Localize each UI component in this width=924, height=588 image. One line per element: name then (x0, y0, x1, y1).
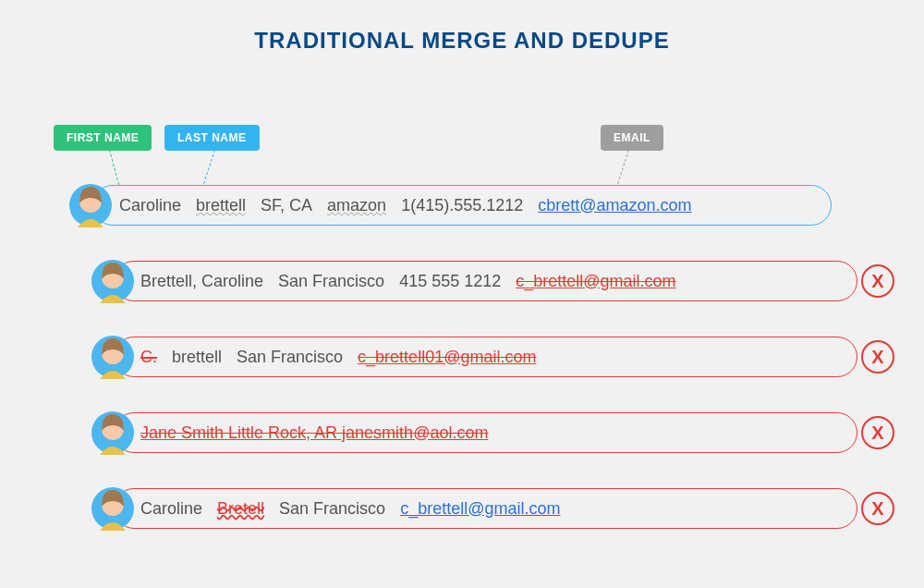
record-duplicate: C. brettell San Francisco c_brettell01@g… (0, 337, 924, 381)
record-duplicate: Brettell, Caroline San Francisco 415 555… (0, 261, 924, 305)
avatar-icon (91, 335, 135, 379)
field-lastname: brettell (196, 196, 246, 215)
tag-firstname: FIRST NAME (54, 125, 152, 151)
delete-button[interactable]: X (861, 264, 894, 298)
field-name: C. (140, 348, 157, 367)
field-name: Brettell, Caroline (140, 272, 263, 291)
record-pill-duplicate: Jane Smith Little Rock, AR janesmith@aol… (114, 412, 857, 453)
field-firstname: Caroline (119, 196, 181, 215)
record-primary: Caroline brettell SF, CA amazon 1(415).5… (0, 185, 924, 229)
x-icon: X (871, 423, 883, 444)
field-org: amazon (327, 196, 386, 215)
x-icon: X (871, 271, 883, 292)
record-pill-duplicate: C. brettell San Francisco c_brettell01@g… (114, 337, 857, 377)
record-pill-primary: Caroline brettell SF, CA amazon 1(415).5… (92, 185, 832, 226)
field-firstname: Caroline (140, 499, 202, 519)
x-icon: X (871, 498, 883, 520)
field-email[interactable]: c_brettell@gmail.com (400, 499, 560, 519)
diagram-title: TRADITIONAL MERGE AND DEDUPE (0, 0, 924, 54)
field-email[interactable]: cbrett@amazon.com (538, 196, 691, 215)
field-email: c_brettell01@gmail.com (358, 348, 536, 367)
avatar-icon (91, 410, 135, 455)
record-duplicate: Jane Smith Little Rock, AR janesmith@aol… (0, 412, 924, 457)
delete-button[interactable]: X (861, 416, 894, 449)
tag-email: EMAIL (601, 125, 663, 151)
field-lastname: brettell (172, 348, 222, 367)
field-lastname-typo: Bretell (217, 499, 264, 519)
delete-button[interactable]: X (861, 340, 894, 374)
avatar-icon (91, 486, 135, 531)
field-location: San Francisco (279, 499, 385, 519)
field-full-record: Jane Smith Little Rock, AR janesmith@aol… (140, 423, 488, 443)
record-duplicate: Caroline Bretell San Francisco c_brettel… (0, 488, 924, 533)
field-phone: 1(415).555.1212 (401, 196, 523, 215)
avatar-icon (91, 259, 135, 303)
records-list: Caroline brettell SF, CA amazon 1(415).5… (0, 185, 924, 564)
delete-button[interactable]: X (861, 492, 894, 525)
field-phone: 415 555 1212 (399, 272, 501, 291)
record-pill-duplicate: Brettell, Caroline San Francisco 415 555… (114, 261, 857, 301)
avatar-icon (68, 183, 113, 227)
field-email: c_brettell@gmail.com (516, 272, 675, 291)
record-pill-duplicate: Caroline Bretell San Francisco c_brettel… (114, 488, 857, 529)
field-location: San Francisco (237, 348, 343, 367)
field-location: SF, CA (261, 196, 312, 215)
x-icon: X (871, 347, 883, 368)
tag-lastname: LAST NAME (164, 125, 260, 151)
field-location: San Francisco (278, 272, 384, 291)
